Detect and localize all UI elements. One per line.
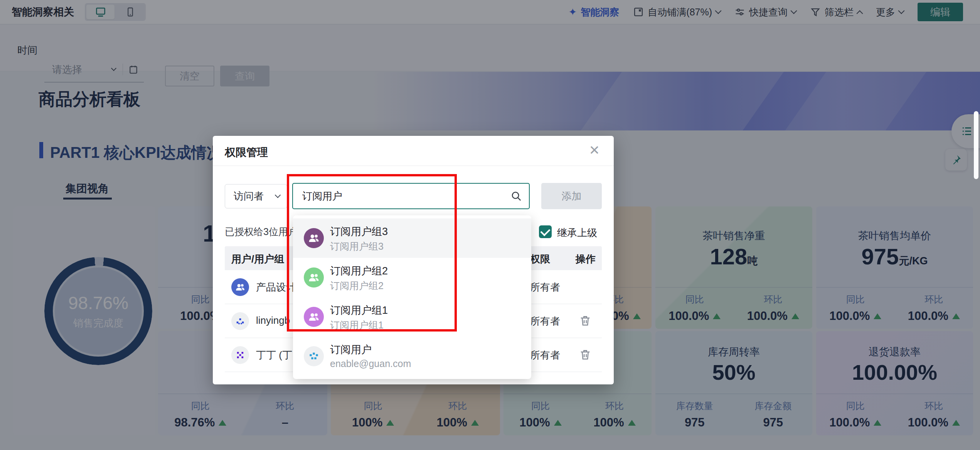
identicon-icon bbox=[235, 350, 246, 360]
list-item[interactable]: 订阅用户 enable@guan.com bbox=[293, 337, 531, 376]
trash-icon bbox=[579, 314, 592, 327]
scrollbar-thumb[interactable] bbox=[974, 111, 978, 179]
close-icon[interactable]: ✕ bbox=[589, 144, 600, 157]
trash-icon bbox=[579, 348, 592, 361]
modal-title: 权限管理 bbox=[225, 145, 268, 160]
identicon-avatar bbox=[231, 312, 249, 330]
add-button[interactable]: 添加 bbox=[541, 183, 602, 209]
annotation-highlight-box bbox=[287, 174, 457, 332]
delete-button[interactable] bbox=[579, 314, 592, 329]
search-icon[interactable] bbox=[510, 190, 522, 202]
delete-button[interactable] bbox=[579, 348, 592, 363]
modal-header: 权限管理 ✕ bbox=[213, 136, 614, 166]
role-select[interactable]: 访问者 bbox=[225, 184, 287, 208]
group-icon bbox=[235, 282, 246, 293]
inherit-checkbox[interactable] bbox=[539, 225, 552, 238]
inherit-label: 继承上级 bbox=[557, 226, 597, 240]
app-root: 智能洞察相关 ✦ 智能洞察 自动铺满(87%) 快捷查询 bbox=[0, 0, 980, 450]
group-avatar bbox=[231, 278, 249, 296]
identicon-icon bbox=[235, 316, 246, 327]
identicon-avatar bbox=[304, 346, 324, 366]
identicon-icon bbox=[308, 350, 320, 362]
identicon-avatar bbox=[231, 346, 249, 364]
chevron-down-icon bbox=[275, 192, 281, 198]
